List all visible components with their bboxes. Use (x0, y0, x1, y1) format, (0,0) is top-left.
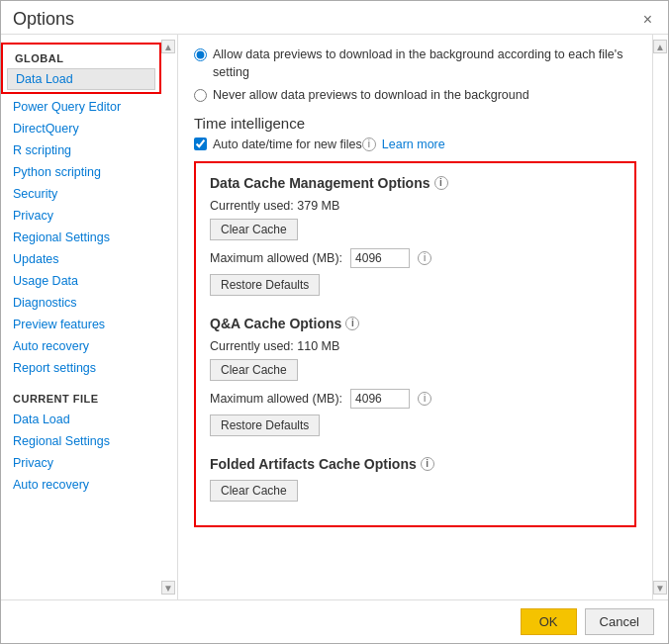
global-label: GLOBAL (3, 46, 159, 68)
data-cache-max-row: Maximum allowed (MB): i (210, 248, 621, 268)
sidebar-scroll-up[interactable]: ▲ (161, 40, 175, 53)
folded-cache-title: Folded Artifacts Cache Options i (210, 456, 621, 472)
sidebar-item-regional-settings-current[interactable]: Regional Settings (1, 430, 161, 452)
sidebar-item-report-settings[interactable]: Report settings (1, 357, 161, 379)
folded-cache-clear-button[interactable]: Clear Cache (210, 480, 298, 502)
dialog-title: Options (13, 9, 74, 30)
current-file-label: CURRENT FILE (1, 387, 161, 409)
sidebar-item-direct-query[interactable]: DirectQuery (1, 118, 161, 139)
data-cache-title: Data Cache Management Options i (210, 175, 621, 191)
qa-cache-restore-button[interactable]: Restore Defaults (210, 414, 320, 436)
main-scroll-up[interactable]: ▲ (653, 40, 667, 53)
qa-cache-title: Q&A Cache Options i (210, 316, 621, 331)
sidebar-item-diagnostics[interactable]: Diagnostics (1, 292, 161, 314)
qa-cache-clear-button[interactable]: Clear Cache (210, 359, 298, 381)
folded-cache-subsection: Folded Artifacts Cache Options i Clear C… (210, 456, 621, 509)
sidebar: GLOBAL Data Load Power Query Editor Dire… (1, 35, 161, 599)
sidebar-item-auto-recovery[interactable]: Auto recovery (1, 335, 161, 357)
sidebar-item-auto-recovery-current[interactable]: Auto recovery (1, 474, 161, 496)
learn-more-link[interactable]: Learn more (382, 138, 445, 151)
data-cache-max-info-icon[interactable]: i (418, 251, 431, 265)
auto-datetime-label: Auto date/time for new files (213, 138, 362, 151)
radio-never-label: Never allow data previews to download in… (213, 87, 529, 105)
radio-allow[interactable] (194, 48, 207, 61)
qa-cache-currently-used: Currently used: 110 MB (210, 339, 621, 353)
data-cache-max-label: Maximum allowed (MB): (210, 251, 342, 265)
sidebar-item-data-load-global[interactable]: Data Load (7, 68, 155, 90)
close-button[interactable]: × (639, 10, 656, 30)
sidebar-item-updates[interactable]: Updates (1, 248, 161, 270)
radio-option-allow: Allow data previews to download in the b… (194, 46, 636, 81)
qa-cache-info-icon[interactable]: i (345, 317, 359, 330)
auto-datetime-info-icon[interactable]: i (362, 138, 376, 151)
sidebar-item-security[interactable]: Security (1, 183, 161, 205)
sidebar-arrows: ▲ ▼ (161, 35, 177, 599)
sidebar-item-data-load-current[interactable]: Data Load (1, 409, 161, 430)
global-section: GLOBAL Data Load (1, 43, 161, 94)
auto-datetime-checkbox[interactable] (194, 138, 207, 150)
dialog-body: GLOBAL Data Load Power Query Editor Dire… (1, 34, 668, 599)
data-cache-subsection: Data Cache Management Options i Currentl… (210, 175, 621, 300)
sidebar-scroll-down[interactable]: ▼ (161, 581, 175, 595)
data-cache-max-input[interactable] (350, 248, 410, 268)
time-intelligence-header: Time intelligence (194, 115, 636, 132)
data-cache-clear-button[interactable]: Clear Cache (210, 219, 298, 240)
sidebar-item-r-scripting[interactable]: R scripting (1, 139, 161, 161)
main-scroll-down[interactable]: ▼ (653, 581, 667, 595)
title-bar: Options × (1, 1, 668, 34)
data-cache-info-icon[interactable]: i (434, 176, 448, 190)
qa-cache-max-info-icon[interactable]: i (418, 392, 431, 406)
qa-cache-max-label: Maximum allowed (MB): (210, 392, 342, 406)
qa-cache-max-row: Maximum allowed (MB): i (210, 389, 621, 409)
data-cache-restore-button[interactable]: Restore Defaults (210, 274, 320, 296)
dialog-footer: OK Cancel (1, 599, 668, 643)
sidebar-item-privacy[interactable]: Privacy (1, 205, 161, 227)
radio-group: Allow data previews to download in the b… (194, 46, 636, 105)
options-dialog: Options × GLOBAL Data Load Power Query E… (0, 0, 669, 644)
main-content: Allow data previews to download in the b… (178, 35, 652, 599)
radio-never[interactable] (194, 89, 207, 102)
radio-allow-label: Allow data previews to download in the b… (213, 46, 636, 81)
auto-datetime-row: Auto date/time for new files i Learn mor… (194, 138, 636, 151)
data-cache-currently-used: Currently used: 379 MB (210, 199, 621, 213)
cancel-button[interactable]: Cancel (585, 608, 654, 635)
ok-button[interactable]: OK (521, 608, 577, 635)
folded-cache-info-icon[interactable]: i (421, 457, 434, 471)
sidebar-item-power-query[interactable]: Power Query Editor (1, 96, 161, 118)
qa-cache-max-input[interactable] (350, 389, 410, 409)
sidebar-item-preview-features[interactable]: Preview features (1, 314, 161, 335)
main-scroll-arrows: ▲ ▼ (652, 35, 668, 599)
sidebar-item-python-scripting[interactable]: Python scripting (1, 161, 161, 183)
cache-options-box: Data Cache Management Options i Currentl… (194, 161, 636, 527)
sidebar-item-privacy-current[interactable]: Privacy (1, 452, 161, 474)
sidebar-item-usage-data[interactable]: Usage Data (1, 270, 161, 292)
sidebar-item-regional-settings[interactable]: Regional Settings (1, 227, 161, 248)
qa-cache-subsection: Q&A Cache Options i Currently used: 110 … (210, 316, 621, 440)
radio-option-never: Never allow data previews to download in… (194, 87, 636, 105)
